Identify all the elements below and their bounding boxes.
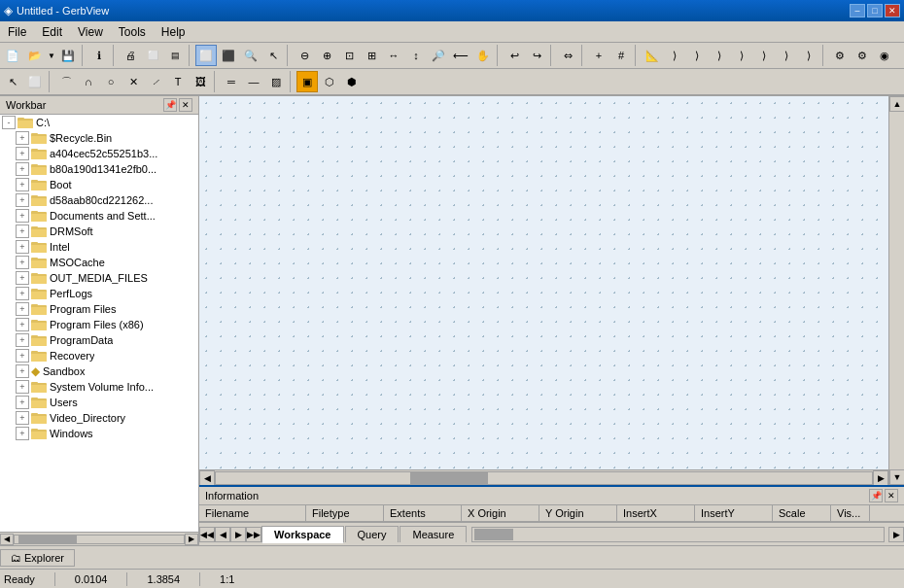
line1-btn[interactable]: ═ <box>221 71 242 92</box>
draw2-btn[interactable]: ∩ <box>78 71 99 92</box>
open-button[interactable]: 📂 <box>24 45 46 66</box>
tab-workspace[interactable]: Workspace <box>261 526 344 543</box>
config2-btn[interactable]: ⚙ <box>852 45 873 66</box>
zoom-sel-btn[interactable]: 🔎 <box>428 45 449 66</box>
menu-edit[interactable]: Edit <box>34 23 70 41</box>
zoom-fit-btn[interactable]: ⊡ <box>338 45 360 66</box>
expand-btn[interactable]: + <box>16 349 29 363</box>
tree-item[interactable]: +MSOCache <box>0 255 198 270</box>
zoom-in-btn[interactable]: 🔍 <box>240 45 261 66</box>
expand-btn[interactable]: + <box>16 302 29 316</box>
tool8-btn[interactable]: ⟩ <box>798 45 819 66</box>
tree-item[interactable]: +Windows <box>0 426 198 441</box>
hscroll-right-arrow[interactable]: ▶ <box>873 470 888 486</box>
tool3-btn[interactable]: ⟩ <box>686 45 708 66</box>
hscroll-left-arrow[interactable]: ◀ <box>199 470 215 486</box>
info-button[interactable]: ℹ <box>88 45 110 66</box>
measure-btn[interactable]: 📐 <box>642 45 663 66</box>
tab-scrollbar-track[interactable] <box>471 527 885 542</box>
expand-btn[interactable]: + <box>16 162 29 176</box>
expand-btn[interactable]: + <box>16 178 29 191</box>
fill1-btn[interactable]: ▨ <box>265 71 287 92</box>
tool7-btn[interactable]: ⟩ <box>776 45 797 66</box>
print2-button[interactable]: ⬜ <box>142 45 163 66</box>
tree-item[interactable]: +a404cec52c55251b3... <box>0 146 198 161</box>
erase1-btn[interactable]: ▣ <box>296 71 318 92</box>
workbar-close-button[interactable]: ✕ <box>179 98 192 112</box>
line2-btn[interactable]: — <box>243 71 264 92</box>
zoom-width-btn[interactable]: ↔ <box>383 45 404 66</box>
file-tree[interactable]: - C:\ +$Recycle.Bin+a404cec52c55251b3...… <box>0 115 198 532</box>
draw3-btn[interactable]: ○ <box>100 71 122 92</box>
zoom-in2-btn[interactable]: ⊕ <box>316 45 337 66</box>
tree-item[interactable]: +DRMSoft <box>0 224 198 239</box>
cursor-btn[interactable]: ↖ <box>262 45 284 66</box>
tab-nav-last[interactable]: ▶▶ <box>246 527 261 542</box>
draw5-btn[interactable]: ⟋ <box>145 71 166 92</box>
new-button[interactable]: 📄 <box>2 45 23 66</box>
tree-horizontal-scrollbar[interactable]: ◀ ▶ <box>0 532 198 545</box>
expand-btn[interactable]: + <box>16 411 29 425</box>
vertical-scrollbar[interactable]: ▲ ▼ <box>888 96 904 485</box>
expand-btn[interactable]: + <box>16 427 29 440</box>
tree-item[interactable]: +Recovery <box>0 348 198 363</box>
close-button[interactable]: ✕ <box>885 4 900 17</box>
tree-scroll-right[interactable]: ▶ <box>185 534 198 545</box>
tree-scroll-track[interactable] <box>14 535 185 544</box>
tool4-btn[interactable]: ⟩ <box>709 45 730 66</box>
tree-item[interactable]: +Video_Directory <box>0 410 198 426</box>
expand-btn[interactable]: + <box>16 131 29 145</box>
erase3-btn[interactable]: ⬢ <box>341 71 363 92</box>
zoom-out-btn[interactable]: ⊖ <box>294 45 315 66</box>
config3-btn[interactable]: ◉ <box>874 45 895 66</box>
menu-help[interactable]: Help <box>154 23 193 41</box>
tool6-btn[interactable]: ⟩ <box>753 45 775 66</box>
vscroll-down-arrow[interactable]: ▼ <box>889 469 904 485</box>
vscroll-up-arrow[interactable]: ▲ <box>889 96 904 112</box>
tree-item[interactable]: +Documents and Sett... <box>0 208 198 224</box>
root-expand[interactable]: - <box>2 116 16 129</box>
cursor2-btn[interactable]: ↖ <box>2 71 23 92</box>
undo-btn[interactable]: ↩ <box>504 45 525 66</box>
mirror-btn[interactable]: ⇔ <box>557 45 578 66</box>
tree-scroll-left[interactable]: ◀ <box>0 534 14 545</box>
menu-tools[interactable]: Tools <box>111 23 154 41</box>
expand-btn[interactable]: + <box>16 287 29 300</box>
tree-item[interactable]: +◆Sandbox <box>0 363 198 379</box>
expand-btn[interactable]: + <box>16 271 29 285</box>
select3-btn[interactable]: ⬜ <box>24 71 46 92</box>
tree-item[interactable]: +ProgramData <box>0 332 198 348</box>
select2-btn[interactable]: ⬛ <box>218 45 239 66</box>
tree-item[interactable]: +OUT_MEDIA_FILES <box>0 270 198 286</box>
pan-btn[interactable]: ✋ <box>472 45 494 66</box>
menu-view[interactable]: View <box>70 23 111 41</box>
open-dropdown[interactable]: ▼ <box>47 45 56 66</box>
tool5-btn[interactable]: ⟩ <box>731 45 752 66</box>
draw7-btn[interactable]: 🖼 <box>190 71 211 92</box>
zoom-height-btn[interactable]: ↕ <box>405 45 427 66</box>
select-btn[interactable]: ⬜ <box>195 45 217 66</box>
tab-query[interactable]: Query <box>345 526 400 542</box>
maximize-button[interactable]: □ <box>867 4 883 17</box>
expand-btn[interactable]: + <box>16 256 29 269</box>
grid-btn[interactable]: # <box>610 45 632 66</box>
tree-item[interactable]: +Boot <box>0 177 198 192</box>
expand-btn[interactable]: + <box>16 333 29 347</box>
expand-btn[interactable]: + <box>16 225 29 238</box>
info-close-button[interactable]: ✕ <box>885 489 898 502</box>
tab-nav-next[interactable]: ▶ <box>230 527 246 542</box>
tree-root[interactable]: - C:\ <box>0 115 198 130</box>
zoom-page-btn[interactable]: ⊞ <box>361 45 382 66</box>
expand-btn[interactable]: + <box>16 364 29 378</box>
tree-item[interactable]: +d58aab80cd221262... <box>0 192 198 208</box>
tree-item[interactable]: +$Recycle.Bin <box>0 130 198 146</box>
tab-scroll-right[interactable]: ▶ <box>888 527 904 542</box>
print-button[interactable]: 🖨 <box>120 45 141 66</box>
tool2-btn[interactable]: ⟩ <box>664 45 685 66</box>
expand-btn[interactable]: + <box>16 396 29 409</box>
tab-nav-prev[interactable]: ◀ <box>215 527 230 542</box>
expand-btn[interactable]: + <box>16 380 29 394</box>
tree-item[interactable]: +b80a190d1341e2fb0... <box>0 161 198 177</box>
drawing-canvas[interactable] <box>199 96 888 469</box>
add-btn[interactable]: + <box>588 45 609 66</box>
